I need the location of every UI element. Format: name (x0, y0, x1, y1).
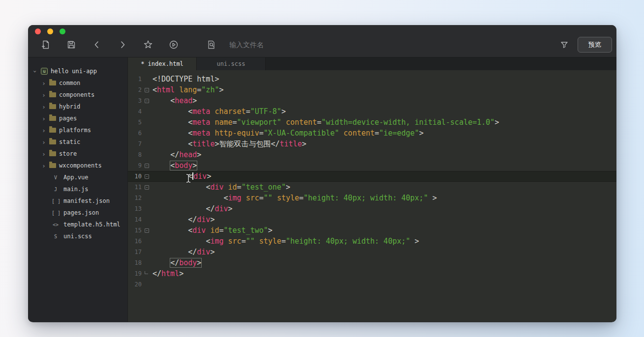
new-file-button[interactable] (39, 38, 52, 51)
sidebar-file-uni.scss[interactable]: Suni.scss (28, 230, 127, 242)
code-line-11[interactable]: 11- <div id="test_one"> (128, 182, 616, 193)
file-name: pages.json (63, 209, 99, 216)
code-line-15[interactable]: 15- <div id="test_two"> (128, 225, 616, 236)
sidebar-root-item[interactable]: › u hello uni-app (28, 65, 127, 77)
code-line-1[interactable]: 1<!DOCTYPE html> (128, 74, 616, 84)
fold-marker[interactable]: - (142, 171, 153, 182)
code-line-17[interactable]: 17 </div> (128, 247, 616, 257)
chevron-right-icon: › (41, 115, 47, 122)
toolbar: 预览 (28, 34, 616, 56)
sidebar-file-template.h5.html[interactable]: <>template.h5.html (28, 219, 127, 230)
code-line-10[interactable]: 10- <div> (128, 171, 616, 182)
editor-pane: * index.htmluni.scss 1<!DOCTYPE html>2-<… (128, 57, 616, 322)
file-type-icon: J (52, 187, 60, 192)
sidebar-folder-platforms[interactable]: ›platforms (28, 124, 127, 136)
sidebar-file-main.js[interactable]: Jmain.js (28, 183, 127, 195)
chevron-right-icon (118, 40, 127, 50)
code-line-8[interactable]: 8 </head> (128, 149, 616, 160)
save-button[interactable] (65, 38, 78, 51)
folder-icon (49, 128, 56, 133)
chevron-down-icon: › (31, 68, 39, 74)
preview-button[interactable]: 预览 (578, 37, 612, 53)
gutter-spacer (142, 257, 153, 268)
line-number: 7 (128, 139, 142, 149)
back-button[interactable] (91, 38, 103, 51)
folder-icon (49, 116, 56, 121)
sidebar-file-App.vue[interactable]: VApp.vue (28, 171, 127, 183)
fold-end-icon (145, 271, 148, 274)
fold-marker[interactable]: - (142, 95, 153, 106)
tab-uni.scss[interactable]: uni.scss (197, 57, 266, 70)
code-line-14[interactable]: 14 </div> (128, 214, 616, 225)
code-line-20[interactable]: 20 (128, 279, 616, 290)
line-number: 12 (128, 193, 142, 203)
line-number: 10 (128, 171, 142, 182)
run-button[interactable] (167, 38, 180, 51)
sidebar-folder-pages[interactable]: ›pages (28, 112, 127, 124)
code-text: <!DOCTYPE html> (153, 74, 219, 84)
code-line-16[interactable]: 16 <img src="" style="height: 40px; widt… (128, 236, 616, 247)
sidebar-folder-store[interactable]: ›store (28, 148, 127, 160)
folder-name: pages (59, 115, 77, 122)
filename-search-input[interactable] (226, 41, 502, 49)
code-line-18[interactable]: 18 </body> (128, 257, 616, 268)
main-area: › u hello uni-app ›common›components›hyb… (28, 57, 616, 322)
folder-name: wxcomponents (59, 162, 102, 169)
sidebar-folder-static[interactable]: ›static (28, 136, 127, 148)
line-number: 5 (128, 117, 142, 128)
project-name: hello uni-app (51, 68, 97, 75)
fold-marker[interactable]: - (142, 160, 153, 171)
code-text: </body> (153, 257, 201, 268)
line-number: 15 (128, 225, 142, 236)
sidebar-folder-components[interactable]: ›components (28, 89, 127, 101)
folder-name: store (59, 150, 77, 157)
code-line-13[interactable]: 13 </div> (128, 203, 616, 214)
sidebar-file-manifest.json[interactable]: [ ]manifest.json (28, 195, 127, 207)
sidebar-file-pages.json[interactable]: [ ]pages.json (28, 207, 127, 219)
file-tree-items: ›common›components›hybrid›pages›platform… (28, 77, 127, 242)
matching-tag-highlight: <body> (170, 161, 197, 170)
code-text: </div> (153, 203, 233, 214)
tab-index.html[interactable]: * index.html (128, 57, 197, 70)
line-number: 1 (128, 74, 142, 84)
file-name: main.js (63, 186, 89, 193)
gutter-spacer (142, 128, 153, 139)
code-text: <meta name="viewport" content="width=dev… (153, 117, 499, 128)
gutter-spacer (142, 279, 153, 290)
sidebar-folder-hybrid[interactable]: ›hybrid (28, 101, 127, 112)
fold-marker[interactable]: - (142, 225, 153, 236)
line-number: 2 (128, 84, 142, 95)
filter-button[interactable] (558, 38, 571, 51)
code-line-12[interactable]: 12 <img src="" style="height: 40px; widt… (128, 193, 616, 203)
new-file-icon (41, 40, 51, 50)
line-number: 4 (128, 106, 142, 117)
gutter-spacer (142, 236, 153, 247)
sidebar-folder-common[interactable]: ›common (28, 77, 127, 89)
folder-icon (49, 163, 56, 168)
fold-collapse-icon: - (145, 174, 149, 179)
code-line-4[interactable]: 4 <meta charset="UTF-8"> (128, 106, 616, 117)
filter-icon (560, 40, 569, 49)
star-icon (143, 40, 153, 50)
forward-button[interactable] (116, 38, 129, 51)
code-line-3[interactable]: 3- <head> (128, 95, 616, 106)
favorite-button[interactable] (142, 38, 154, 51)
file-name: manifest.json (63, 197, 110, 204)
code-line-9[interactable]: 9- <body> (128, 160, 616, 171)
code-line-19[interactable]: 19</html> (128, 268, 616, 279)
folder-icon (49, 140, 56, 144)
fold-marker[interactable]: - (142, 182, 153, 193)
chevron-left-icon (92, 40, 102, 50)
code-text: </html> (153, 268, 184, 279)
fold-marker[interactable]: - (142, 84, 153, 95)
fold-collapse-icon: - (145, 185, 149, 190)
code-line-6[interactable]: 6 <meta http-equiv="X-UA-Compatible" con… (128, 128, 616, 139)
sidebar-folder-wxcomponents[interactable]: ›wxcomponents (28, 160, 127, 171)
fold-collapse-icon: - (145, 88, 149, 92)
code-line-7[interactable]: 7 <title>智能双击与包围</title> (128, 139, 616, 149)
toolbar-right: 预览 (558, 37, 616, 53)
code-line-2[interactable]: 2-<html lang="zh"> (128, 84, 616, 95)
code-line-5[interactable]: 5 <meta name="viewport" content="width=d… (128, 117, 616, 128)
line-number: 20 (128, 279, 142, 290)
fold-collapse-icon: - (145, 228, 149, 233)
